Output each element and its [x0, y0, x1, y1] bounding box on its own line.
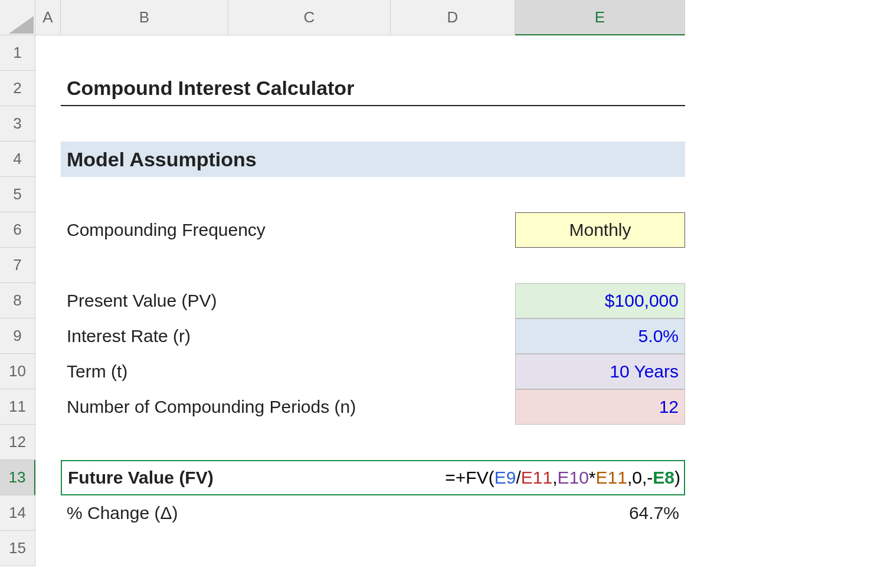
row-header-5[interactable]: 5 — [0, 177, 35, 212]
row-header-6[interactable]: 6 — [0, 212, 35, 248]
cell-B15[interactable] — [61, 531, 228, 566]
col-header-C[interactable]: C — [228, 0, 391, 35]
row-header-7[interactable]: 7 — [0, 248, 35, 283]
value-frequency[interactable]: Monthly — [515, 212, 685, 248]
value-change[interactable]: 64.7% — [515, 495, 685, 531]
row-header-4[interactable]: 4 — [0, 142, 35, 177]
cell-C5[interactable] — [228, 177, 391, 212]
cell-A2[interactable] — [35, 71, 61, 106]
cell-E1[interactable] — [515, 35, 685, 71]
cell-B3[interactable] — [61, 106, 228, 142]
cell-D5[interactable] — [391, 177, 515, 212]
value-rate[interactable]: 5.0% — [515, 318, 685, 354]
cell-A8[interactable] — [35, 283, 61, 318]
cell-A13[interactable] — [35, 460, 61, 495]
cell-A14[interactable] — [35, 495, 61, 531]
col-header-E[interactable]: E — [515, 0, 685, 35]
cell-E5[interactable] — [515, 177, 685, 212]
cell-B1[interactable] — [61, 35, 228, 71]
label-periods[interactable]: Number of Compounding Periods (n) — [61, 389, 515, 425]
col-header-D[interactable]: D — [391, 0, 515, 35]
row-header-11[interactable]: 11 — [0, 389, 35, 425]
row-header-9[interactable]: 9 — [0, 318, 35, 354]
row-header-8[interactable]: 8 — [0, 283, 35, 318]
value-periods[interactable]: 12 — [515, 389, 685, 425]
row-header-10[interactable]: 10 — [0, 354, 35, 389]
cell-D3[interactable] — [391, 106, 515, 142]
label-change[interactable]: % Change (Δ) — [61, 495, 515, 531]
label-rate[interactable]: Interest Rate (r) — [61, 318, 515, 354]
cell-B12[interactable] — [61, 425, 228, 460]
cell-C12[interactable] — [228, 425, 391, 460]
spreadsheet-grid[interactable]: A B C D E 1 2 Compound Interest Calculat… — [0, 0, 894, 566]
row-header-15[interactable]: 15 — [0, 531, 35, 566]
title[interactable]: Compound Interest Calculator — [61, 71, 685, 106]
col-header-B[interactable]: B — [61, 0, 228, 35]
cell-E15[interactable] — [515, 531, 685, 566]
row-header-1[interactable]: 1 — [0, 35, 35, 71]
label-pv[interactable]: Present Value (PV) — [61, 283, 515, 318]
cell-A5[interactable] — [35, 177, 61, 212]
cell-D1[interactable] — [391, 35, 515, 71]
row-header-13[interactable]: 13 — [0, 460, 35, 495]
cell-E12[interactable] — [515, 425, 685, 460]
label-term[interactable]: Term (t) — [61, 354, 515, 389]
cell-A4[interactable] — [35, 142, 61, 177]
value-term[interactable]: 10 Years — [515, 354, 685, 389]
col-header-A[interactable]: A — [35, 0, 61, 35]
cell-A12[interactable] — [35, 425, 61, 460]
cell-C15[interactable] — [228, 531, 391, 566]
cell-D15[interactable] — [391, 531, 515, 566]
row-header-2[interactable]: 2 — [0, 71, 35, 106]
select-all-corner[interactable] — [0, 0, 35, 35]
cell-A10[interactable] — [35, 354, 61, 389]
cell-C1[interactable] — [228, 35, 391, 71]
cell-A9[interactable] — [35, 318, 61, 354]
value-pv[interactable]: $100,000 — [515, 283, 685, 318]
cell-E7[interactable] — [515, 248, 685, 283]
cell-B7[interactable] — [61, 248, 228, 283]
active-cell-E13[interactable]: Future Value (FV) =+FV(E9/E11,E10*E11,0,… — [61, 460, 685, 495]
cell-A15[interactable] — [35, 531, 61, 566]
cell-C3[interactable] — [228, 106, 391, 142]
label-fv: Future Value (FV) — [68, 468, 214, 488]
formula-display: =+FV(E9/E11,E10*E11,0,-E8) — [445, 468, 684, 488]
row-header-3[interactable]: 3 — [0, 106, 35, 142]
cell-D7[interactable] — [391, 248, 515, 283]
cell-B5[interactable] — [61, 177, 228, 212]
cell-A3[interactable] — [35, 106, 61, 142]
cell-A11[interactable] — [35, 389, 61, 425]
cell-D12[interactable] — [391, 425, 515, 460]
row-header-12[interactable]: 12 — [0, 425, 35, 460]
cell-A7[interactable] — [35, 248, 61, 283]
cell-A1[interactable] — [35, 35, 61, 71]
cell-E3[interactable] — [515, 106, 685, 142]
cell-C7[interactable] — [228, 248, 391, 283]
label-frequency[interactable]: Compounding Frequency — [61, 212, 515, 248]
section-header[interactable]: Model Assumptions — [61, 142, 685, 177]
row-header-14[interactable]: 14 — [0, 495, 35, 531]
cell-A6[interactable] — [35, 212, 61, 248]
